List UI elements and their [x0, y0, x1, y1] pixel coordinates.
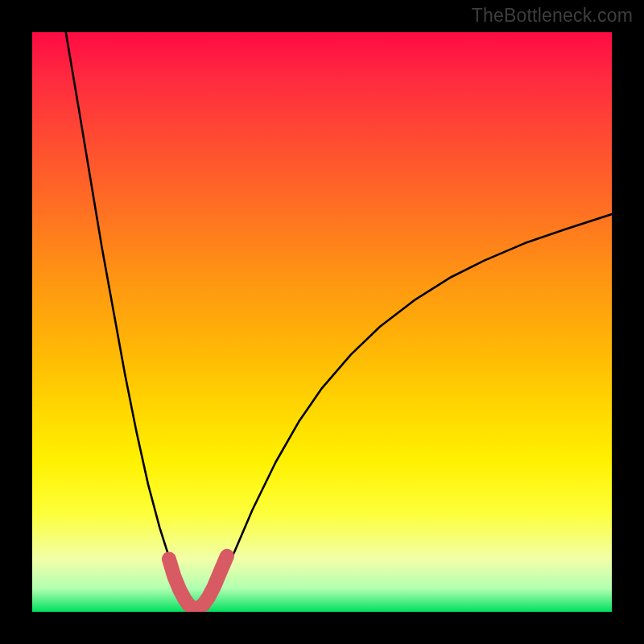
chart-frame: TheBottleneck.com — [0, 0, 644, 644]
watermark-label: TheBottleneck.com — [472, 5, 633, 27]
series-trough-highlight — [169, 556, 227, 609]
plot-area — [32, 32, 612, 612]
curve-canvas — [32, 32, 612, 612]
series-curve-left — [66, 32, 195, 610]
series-curve-right — [200, 214, 612, 610]
